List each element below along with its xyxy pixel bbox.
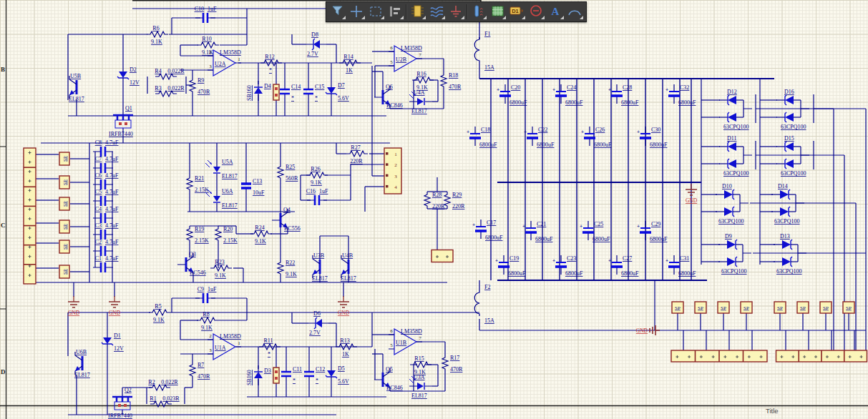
component-R28[interactable]: R28220R <box>424 192 445 210</box>
component-C20[interactable]: +C206800uF <box>497 84 527 106</box>
component-Q6[interactable]: Q6BC846 <box>374 84 403 109</box>
component-C12[interactable]: C12* <box>304 364 325 384</box>
component-D5[interactable]: D55.6V <box>326 364 349 385</box>
component-D7[interactable]: D75.6V <box>326 81 349 102</box>
sp-port[interactable]: SP <box>843 302 854 313</box>
component-D16[interactable]: D1663CPQ100 <box>776 89 809 130</box>
sp-port[interactable]: SP <box>797 302 809 313</box>
component-R9[interactable]: R9470R <box>190 77 210 95</box>
gnd-symbol[interactable]: GND <box>338 296 350 316</box>
component-R10[interactable]: R109.1K <box>198 36 219 56</box>
sp-port[interactable]: SP <box>672 302 683 313</box>
align-icon[interactable] <box>386 3 405 21</box>
component-D15[interactable]: D1563CPQ100 <box>776 135 809 177</box>
component-U1A[interactable]: 231U1ALM358D <box>208 333 241 360</box>
component-D10[interactable]: D1063CPQ100 <box>716 183 748 225</box>
wire-icon[interactable] <box>427 3 447 21</box>
component-R4[interactable]: R40.022R <box>155 68 185 79</box>
component-C28[interactable]: +C286800uF <box>608 84 639 106</box>
component-U2B[interactable]: 657U2BLM358D <box>389 45 422 72</box>
component-U6A[interactable]: U6AEL817 <box>205 187 238 210</box>
component-R1[interactable]: R10.023R <box>150 395 180 407</box>
arc-icon[interactable] <box>565 3 585 21</box>
connector[interactable] <box>671 350 767 362</box>
component-C3[interactable]: C34.7uF <box>93 222 119 240</box>
sheet-symbol-icon[interactable] <box>488 3 507 21</box>
component-R2[interactable]: R20.022R <box>148 379 178 390</box>
component-R13[interactable]: R131K <box>336 337 357 358</box>
component-R21[interactable]: R212.15K <box>187 175 209 193</box>
component-D12[interactable]: D1263CPQ100 <box>719 89 752 130</box>
sp-port[interactable]: SP <box>59 197 69 210</box>
component-R26[interactable]: R269.1K <box>306 166 328 186</box>
component-C24[interactable]: +C246800uF <box>552 84 583 106</box>
sp-port[interactable]: SP <box>774 302 786 313</box>
component-R27[interactable]: R27220R <box>346 144 368 164</box>
component-R23[interactable]: R239.1K <box>210 259 232 279</box>
component-C1[interactable]: C14.7uF <box>93 255 119 272</box>
component-U3B[interactable]: U3BEL817 <box>312 252 328 282</box>
component-C17[interactable]: +C176800uF <box>472 220 503 241</box>
component-C11[interactable]: C11* <box>281 364 302 384</box>
component-C21[interactable]: +C216800uF <box>522 221 553 242</box>
sp-port[interactable]: SP <box>695 302 706 313</box>
gnd-symbol[interactable]: GND <box>109 296 121 316</box>
sp-port[interactable]: SP <box>741 302 752 313</box>
component-C27[interactable]: +C276800uF <box>608 255 639 277</box>
component-C14[interactable]: C14* <box>280 82 301 102</box>
component-D1[interactable]: D112V <box>102 331 124 352</box>
crosshair-icon[interactable] <box>347 3 366 21</box>
component-Q4[interactable]: Q4BC556 <box>272 207 301 232</box>
connector[interactable]: 1234 <box>384 148 401 194</box>
component-R12[interactable]: R12* <box>260 54 282 74</box>
component-C8[interactable]: C84.7uF <box>93 139 119 157</box>
text-icon[interactable]: A <box>546 3 565 21</box>
component-R11[interactable]: R11* <box>259 337 281 358</box>
connector[interactable] <box>431 250 453 262</box>
gnd-symbol[interactable]: GND <box>68 296 80 316</box>
component-C25[interactable]: +C256800uF <box>580 221 610 242</box>
component-C18[interactable]: +C186800uF <box>467 127 497 148</box>
sp-port[interactable]: SP <box>59 240 69 253</box>
jumper[interactable] <box>273 84 279 100</box>
sp-port[interactable]: SP <box>59 176 69 189</box>
sp-port[interactable]: SP <box>820 302 832 313</box>
component-C4[interactable]: C44.7uF <box>93 206 119 223</box>
component-R18[interactable]: R18470R <box>441 72 462 90</box>
component-Q2[interactable]: Q2IRFB7440 <box>108 387 132 419</box>
component-R20[interactable]: R202.15K <box>215 226 238 244</box>
component-D14[interactable]: D1463CPQ100 <box>771 183 804 225</box>
component-C9[interactable]: C91uF <box>195 286 217 303</box>
component-Q3[interactable]: Q3BC546 <box>177 251 206 276</box>
component-R25[interactable]: R25560R <box>278 164 298 182</box>
power-port-icon[interactable] <box>447 3 466 21</box>
component-R5[interactable]: R59.1K <box>149 303 170 323</box>
filter-icon[interactable] <box>328 3 347 21</box>
component-R16[interactable]: R169.1K <box>412 71 434 91</box>
component-D2[interactable]: D212V <box>117 65 140 86</box>
component-R29[interactable]: R29220R <box>444 192 465 210</box>
component-D4[interactable]: D4SB160 <box>246 81 271 101</box>
component-C2[interactable]: C24.7uF <box>93 239 119 256</box>
no-erc-icon[interactable] <box>527 3 546 21</box>
component-R7[interactable]: R7470R <box>190 362 210 380</box>
component-C15[interactable]: C15* <box>303 82 324 102</box>
component-R17[interactable]: R17470R <box>442 355 463 373</box>
component-R14[interactable]: R141K <box>339 54 361 74</box>
component-D9[interactable]: D963CPQ100 <box>718 233 751 275</box>
part-icon[interactable] <box>408 3 427 21</box>
component-C7[interactable]: C74.7uF <box>93 156 119 173</box>
component-U4B[interactable]: U4BEL817 <box>341 252 356 282</box>
component-D13[interactable]: D1363CPQ100 <box>774 233 806 275</box>
sp-port[interactable]: SP <box>718 302 729 313</box>
bus-entry-icon[interactable] <box>469 3 488 21</box>
component-U4A[interactable]: U4AEL817 <box>409 89 432 114</box>
designator-icon[interactable]: D1 <box>507 3 527 21</box>
component-R19[interactable]: R192.15K <box>187 226 209 244</box>
component-R6[interactable]: R69.1K <box>147 25 168 45</box>
component-D3[interactable]: D3SB160 <box>246 365 271 385</box>
component-R22[interactable]: R229.1K <box>278 260 297 277</box>
component-D11[interactable]: D1163CPQ100 <box>719 135 752 177</box>
component-C19[interactable]: +C196800uF <box>495 255 526 277</box>
component-C13[interactable]: C1310uF <box>241 176 265 196</box>
